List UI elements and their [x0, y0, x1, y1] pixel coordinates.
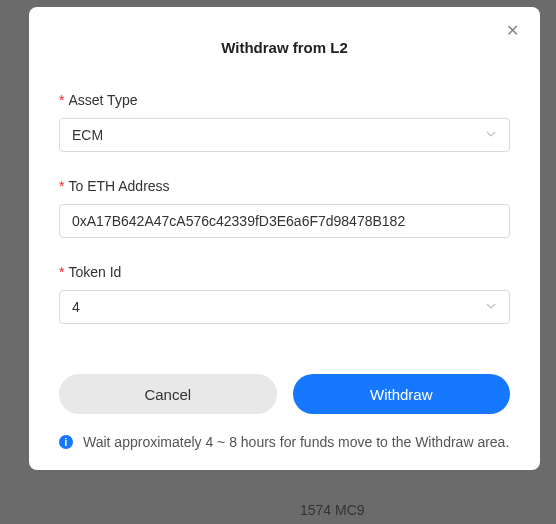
token-id-label-text: Token Id	[68, 264, 121, 280]
asset-type-label: *Asset Type	[59, 92, 510, 108]
token-id-label: *Token Id	[59, 264, 510, 280]
asset-type-select[interactable]: ECM	[59, 118, 510, 152]
required-mark: *	[59, 264, 64, 280]
info-message: Wait approximately 4 ~ 8 hours for funds…	[83, 434, 509, 450]
modal-title: Withdraw from L2	[59, 39, 510, 56]
to-address-label: *To ETH Address	[59, 178, 510, 194]
close-icon: ✕	[506, 22, 519, 39]
close-button[interactable]: ✕	[502, 21, 522, 41]
asset-type-label-text: Asset Type	[68, 92, 137, 108]
button-row: Cancel Withdraw	[59, 374, 510, 414]
to-address-field: *To ETH Address	[59, 178, 510, 238]
chevron-down-icon	[485, 128, 497, 143]
backdrop-item-label: 1574 MC9	[300, 496, 365, 524]
info-row: i Wait approximately 4 ~ 8 hours for fun…	[59, 434, 510, 450]
asset-type-value: ECM	[72, 127, 485, 143]
token-id-select[interactable]: 4	[59, 290, 510, 324]
cancel-button[interactable]: Cancel	[59, 374, 277, 414]
required-mark: *	[59, 178, 64, 194]
asset-type-field: *Asset Type ECM	[59, 92, 510, 152]
withdraw-button[interactable]: Withdraw	[293, 374, 511, 414]
to-address-input[interactable]	[59, 204, 510, 238]
required-mark: *	[59, 92, 64, 108]
token-id-value: 4	[72, 299, 485, 315]
to-address-label-text: To ETH Address	[68, 178, 169, 194]
withdraw-modal: ✕ Withdraw from L2 *Asset Type ECM *To E…	[29, 7, 540, 470]
info-icon: i	[59, 435, 73, 449]
token-id-field: *Token Id 4	[59, 264, 510, 324]
chevron-down-icon	[485, 300, 497, 315]
